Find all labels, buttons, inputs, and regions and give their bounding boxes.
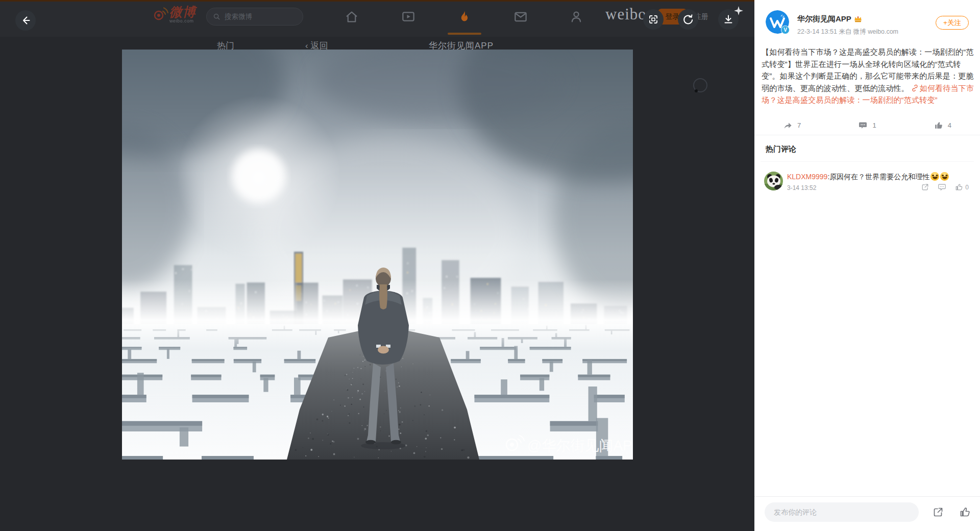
laugh-emoji <box>930 172 939 181</box>
post-meta: 22-3-14 13:51 来自 微博 weibo.com <box>797 28 898 36</box>
divider <box>761 161 974 162</box>
comment-count: 1 <box>872 122 876 129</box>
composer-forward-icon[interactable] <box>932 506 944 518</box>
comment-input[interactable] <box>765 502 919 522</box>
comment-emojis <box>929 173 949 181</box>
hot-comments-title: 热门评论 <box>766 144 796 154</box>
rotate-icon <box>682 13 694 26</box>
like-button[interactable]: 4 <box>905 117 980 133</box>
post-text: 【如何看待当下市场？这是高盛交易员的解读：一场剧烈的“范式转变”】世界正在进行一… <box>762 46 975 106</box>
commenter-avatar[interactable] <box>764 172 783 190</box>
share-icon <box>783 120 793 130</box>
laugh-emoji <box>940 172 949 181</box>
comment-text: 原因何在？世界需要公允和理性 <box>829 173 929 181</box>
download-button[interactable] <box>718 9 739 30</box>
weibo-image-lightbox: 微博 weibo.com <box>0 0 980 531</box>
author-name[interactable]: 华尔街见闻APP <box>797 14 851 24</box>
post-actions: 7 1 4 <box>754 117 980 133</box>
main-image[interactable]: @华尔街见闻APP <box>122 50 633 460</box>
forward-icon[interactable] <box>921 183 929 191</box>
vip-crown-icon <box>854 15 862 23</box>
thumbs-up-outline-icon <box>954 183 963 191</box>
weibo-wordmark: weibo <box>605 5 647 23</box>
close-back-button[interactable] <box>15 10 36 31</box>
active-tab-underline <box>448 33 481 35</box>
divider <box>754 135 980 135</box>
share-button[interactable]: 7 <box>754 117 829 133</box>
search-icon <box>213 13 220 20</box>
fit-screen-icon <box>647 13 659 26</box>
comment-button[interactable]: 1 <box>829 117 904 133</box>
comment-like-button[interactable]: 0 <box>954 183 969 191</box>
back-arrow-icon <box>19 14 32 27</box>
home-icon <box>344 9 359 25</box>
comment-actions: 0 <box>921 183 969 191</box>
weibo-logo-text: 微博 <box>169 5 196 18</box>
search-input <box>225 13 291 20</box>
commenter-name[interactable]: KLDXM9999 <box>787 173 827 181</box>
follow-button[interactable]: +关注 <box>936 16 969 30</box>
post-source: 来自 微博 weibo.com <box>839 28 898 35</box>
share-count: 7 <box>797 122 801 129</box>
weibo-logo: 微博 weibo.com <box>152 5 196 23</box>
reply-icon[interactable] <box>938 183 946 191</box>
svg-text:@华尔街见闻APP: @华尔街见闻APP <box>527 438 633 453</box>
composer-like-icon[interactable] <box>959 506 971 518</box>
thumbs-up-icon <box>934 120 943 130</box>
comment-content: KLDXM9999:原因何在？世界需要公允和理性 <box>787 172 969 182</box>
weibo-logo-domain: weibo.com <box>169 18 196 23</box>
post-detail-panel: V 华尔街见闻APP 22-3-14 13:51 来自 微博 weibo.com… <box>754 0 980 531</box>
loading-spinner <box>693 78 707 92</box>
comment-like-count: 0 <box>965 184 969 191</box>
comment-composer <box>754 496 980 531</box>
like-count: 4 <box>948 122 951 129</box>
message-icon <box>513 9 528 25</box>
comment-icon <box>858 120 868 130</box>
verified-badge-icon: V <box>781 26 790 34</box>
lightbox-overlay: 微博 weibo.com <box>0 0 754 531</box>
profile-icon <box>569 9 584 25</box>
weibo-eye-icon <box>152 5 169 22</box>
video-icon <box>401 9 416 25</box>
rotate-button[interactable] <box>678 9 698 30</box>
fit-screen-button[interactable] <box>643 9 664 30</box>
post-time: 22-3-14 13:51 <box>797 28 837 35</box>
hot-fire-icon <box>457 9 472 25</box>
link-icon <box>911 84 919 92</box>
download-icon <box>722 13 734 26</box>
comment-time: 3-14 13:52 <box>787 184 816 191</box>
search-box <box>206 8 303 26</box>
